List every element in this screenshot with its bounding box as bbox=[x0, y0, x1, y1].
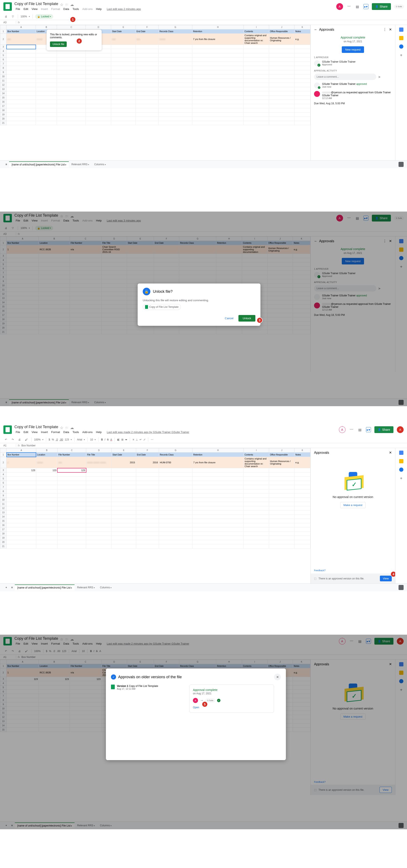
move-folder-icon[interactable] bbox=[65, 426, 68, 429]
star-icon[interactable] bbox=[60, 2, 63, 6]
halign-btn[interactable]: ≡ bbox=[133, 438, 134, 441]
back-arrow-icon[interactable] bbox=[314, 28, 319, 32]
menu-insert: Insert bbox=[39, 6, 49, 11]
annotation-badge-5: 5 bbox=[202, 701, 208, 707]
wrap-btn[interactable]: ↵ bbox=[140, 438, 142, 441]
move-folder-icon[interactable] bbox=[65, 214, 68, 217]
tab-rrs[interactable]: Relevant RRS bbox=[69, 162, 92, 167]
share-button[interactable]: Share bbox=[374, 426, 394, 433]
borders-btn[interactable]: ⊞ bbox=[121, 438, 123, 441]
menu-data[interactable]: Data bbox=[62, 6, 70, 11]
cancel-button[interactable]: Cancel bbox=[222, 315, 237, 321]
text-color-btn[interactable]: A bbox=[110, 438, 112, 441]
approver-badge: G Suite bbox=[206, 699, 215, 702]
tab-columns[interactable]: Columns bbox=[92, 162, 109, 167]
unlock-file-button[interactable]: Unlock file bbox=[50, 41, 67, 47]
doc-title[interactable]: Copy of File List Template bbox=[14, 425, 58, 429]
close-icon[interactable] bbox=[389, 28, 392, 32]
menu-addons: Add-ons bbox=[81, 6, 94, 11]
star-icon[interactable] bbox=[60, 214, 63, 217]
more-formats-btn[interactable]: 123 bbox=[65, 438, 69, 441]
print-icon[interactable] bbox=[17, 437, 22, 442]
name-box[interactable]: A3 bbox=[3, 21, 16, 24]
account-avatar[interactable]: A bbox=[397, 426, 404, 433]
paint-format-icon[interactable] bbox=[24, 437, 29, 442]
presence-avatar[interactable]: A bbox=[336, 3, 343, 10]
filter-icon[interactable] bbox=[10, 14, 15, 19]
undo-icon[interactable] bbox=[3, 437, 8, 442]
strike-btn[interactable]: S bbox=[107, 438, 109, 441]
sheets-logo[interactable] bbox=[3, 2, 12, 11]
share-button[interactable]: Share bbox=[372, 3, 391, 10]
print-icon[interactable] bbox=[3, 14, 8, 19]
sheets-logo[interactable] bbox=[3, 426, 12, 434]
dec-decrease-btn[interactable]: .0 bbox=[56, 438, 58, 441]
version-item[interactable]: Version 1 Copy of File List Template Aug… bbox=[111, 685, 185, 713]
tab-main[interactable]: [name of unit/school] [paper/electronic]… bbox=[9, 161, 69, 167]
locked-chip[interactable]: Locked ▾ bbox=[35, 14, 53, 19]
due-date: Due Wed, Aug 18, 5:00 PM bbox=[314, 102, 392, 105]
requester-avatar: A bbox=[193, 698, 198, 703]
fill-color-btn[interactable]: ◧ bbox=[117, 438, 120, 441]
unlock-button[interactable]: Unlock bbox=[238, 315, 255, 321]
last-edit-link[interactable]: Last edit was 2 minutes ago bbox=[106, 6, 142, 11]
spreadsheet-grid[interactable]: ABCDEFGHIJK 1Box NumberLocationFile Numb… bbox=[0, 448, 311, 549]
make-request-button[interactable]: Make a request bbox=[340, 502, 366, 508]
share-button[interactable]: Share bbox=[372, 215, 391, 221]
comments-icon[interactable]: ▤ bbox=[355, 4, 360, 9]
send-icon[interactable] bbox=[378, 75, 381, 79]
view-button[interactable]: View bbox=[380, 576, 392, 581]
older-versions-modal: ✓ Approvals on older versions of the fil… bbox=[106, 669, 286, 760]
calendar-icon[interactable] bbox=[399, 28, 403, 32]
unlock-modal-icon: 🔓 bbox=[143, 288, 150, 295]
open-link[interactable]: Open bbox=[193, 706, 199, 709]
percent-btn[interactable]: % bbox=[52, 438, 54, 441]
menu-file[interactable]: File bbox=[14, 6, 21, 11]
feedback-link[interactable]: Feedback? bbox=[314, 569, 325, 571]
close-modal-icon[interactable]: ✕ bbox=[274, 674, 281, 680]
keep-icon[interactable] bbox=[399, 36, 403, 40]
doc-title[interactable]: Copy of File List Template bbox=[14, 213, 58, 218]
zoom-select[interactable]: 100% bbox=[21, 15, 27, 18]
sheets-logo[interactable] bbox=[3, 214, 12, 222]
doc-title[interactable]: Copy of File List Template bbox=[14, 637, 58, 641]
doc-title[interactable]: Copy of File List Template bbox=[14, 2, 58, 6]
new-request-button[interactable]: New request bbox=[342, 46, 364, 53]
app-header: Copy of File List Template File Edit Vie… bbox=[0, 0, 407, 13]
present-icon[interactable]: ▸▾ bbox=[364, 4, 369, 9]
more-icon[interactable] bbox=[383, 28, 389, 32]
approver-name: GSuite Trainer GSuite Trainer bbox=[322, 60, 355, 63]
comment-input[interactable] bbox=[314, 73, 376, 80]
menu-tools[interactable]: Tools bbox=[71, 6, 80, 11]
sheets-file-icon bbox=[145, 305, 148, 309]
menu-help[interactable]: Help bbox=[95, 6, 103, 11]
menu-edit[interactable]: Edit bbox=[22, 6, 29, 11]
valign-btn[interactable]: ⊥ bbox=[136, 438, 138, 441]
add-addon-icon[interactable] bbox=[400, 53, 403, 58]
redo-icon[interactable] bbox=[10, 437, 15, 442]
formula-input[interactable]: Box Number bbox=[21, 444, 36, 447]
star-icon[interactable] bbox=[60, 426, 63, 429]
sheets-logo[interactable] bbox=[3, 637, 12, 646]
font-select[interactable]: Arial bbox=[77, 438, 82, 441]
rotate-btn[interactable]: ⤢ bbox=[143, 438, 145, 441]
all-sheets-icon[interactable]: ≡ bbox=[3, 163, 9, 166]
currency-btn[interactable]: $ bbox=[49, 438, 50, 441]
explore-icon[interactable] bbox=[399, 162, 404, 167]
more-toolbar[interactable]: ⋯ bbox=[151, 438, 153, 441]
italic-btn[interactable]: I bbox=[105, 438, 105, 441]
presence-avatar[interactable]: A bbox=[339, 426, 346, 433]
font-size[interactable]: 10 bbox=[90, 438, 93, 441]
approval-card: Approval complete on Aug 17, 2021 A → G … bbox=[189, 685, 274, 713]
dec-increase-btn[interactable]: .00 bbox=[59, 438, 63, 441]
activity-icon[interactable]: 〰 bbox=[346, 4, 351, 9]
move-folder-icon[interactable] bbox=[65, 2, 68, 6]
tasks-icon[interactable] bbox=[399, 44, 403, 49]
menu-view[interactable]: View bbox=[30, 6, 39, 11]
presence-avatar[interactable]: A bbox=[336, 215, 343, 221]
add-sheet-icon[interactable]: + bbox=[3, 586, 9, 589]
merge-btn[interactable]: ⬌ bbox=[125, 438, 127, 441]
bold-btn[interactable]: B bbox=[101, 438, 103, 441]
file-chip[interactable]: Copy of File List Template bbox=[143, 304, 181, 310]
view-button[interactable]: View bbox=[379, 787, 392, 793]
